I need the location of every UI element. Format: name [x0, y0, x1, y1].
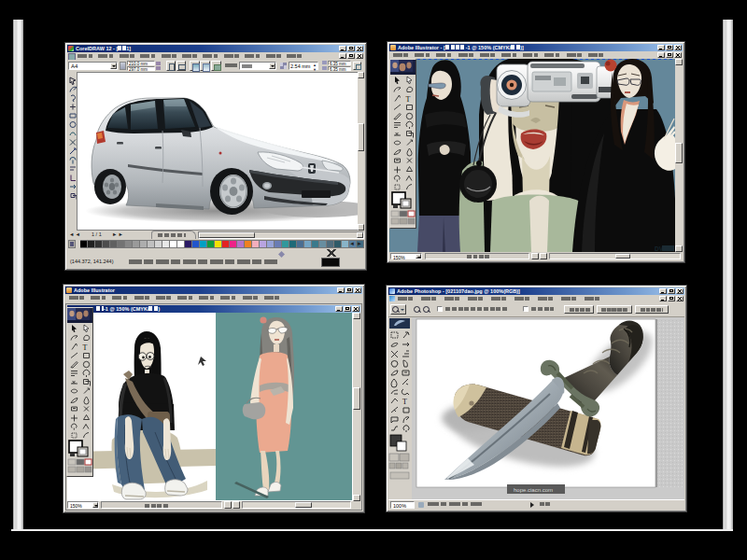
svg-text:T: T	[402, 398, 407, 406]
svg-text:T: T	[83, 343, 88, 352]
svg-text:hope.ciacn.com: hope.ciacn.com	[514, 487, 553, 493]
svg-text:T: T	[406, 95, 411, 104]
